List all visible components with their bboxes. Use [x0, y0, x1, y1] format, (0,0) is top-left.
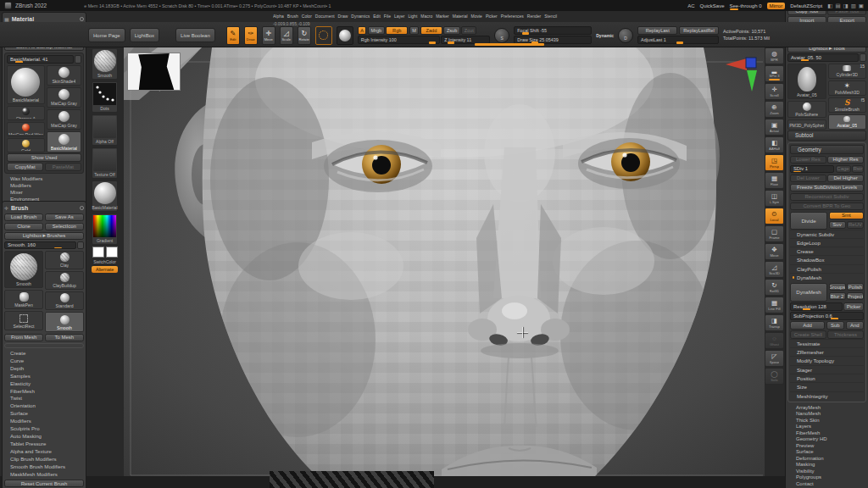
- palette-pin-icon[interactable]: [80, 206, 84, 210]
- menu-item[interactable]: Layer: [394, 14, 405, 19]
- right-shelf-button[interactable]: ⊕ Zoom: [765, 101, 784, 118]
- tool-section-header[interactable]: Deformation: [787, 456, 866, 463]
- material-selector-slider[interactable]: BasicMaterial. 41: [7, 55, 74, 64]
- brush-subsection-header[interactable]: Samples: [4, 373, 84, 380]
- replay-last-rel-button[interactable]: ReplayLastRel: [679, 26, 719, 35]
- material-thumb-gold[interactable]: Gold: [7, 138, 45, 152]
- claypolish-header[interactable]: ClayPolish: [790, 264, 864, 273]
- right-shelf-button[interactable]: ▦ Floor: [765, 172, 784, 189]
- brush-subsection-header[interactable]: MaskMesh Modifiers: [4, 471, 84, 479]
- move-button[interactable]: ✛Move: [262, 26, 275, 45]
- brush-subsection-header[interactable]: Orientation: [4, 402, 84, 410]
- switch-color-label[interactable]: SwitchColor: [93, 259, 116, 264]
- shadowbox-header[interactable]: ShadowBox: [790, 255, 864, 263]
- tool-section-header[interactable]: NanoMesh: [787, 411, 866, 418]
- rgb-intensity-slider[interactable]: Rgb Intensity 100: [358, 36, 440, 44]
- material-thumb-matcap-red-wax[interactable]: MatCap Red Wax: [7, 122, 45, 136]
- menu-item[interactable]: Light: [408, 14, 417, 19]
- geometry-subsection-header[interactable]: Position: [790, 374, 864, 382]
- paste-mat-button[interactable]: PasteMat: [45, 163, 81, 171]
- current-brush-preview[interactable]: [315, 26, 332, 45]
- del-lower-button[interactable]: Del Lower: [790, 175, 826, 183]
- dock-icon[interactable]: ◧: [827, 3, 832, 9]
- color-picker-gradient[interactable]: [93, 215, 116, 237]
- right-shelf-button[interactable]: ◸ Xpose: [765, 350, 784, 367]
- rstr-button[interactable]: Rstr: [852, 165, 864, 174]
- polish-button[interactable]: Polish: [847, 283, 864, 291]
- current-brush-thumbnail[interactable]: Smooth: [92, 48, 118, 80]
- menu-item[interactable]: Draw: [338, 14, 348, 19]
- lightbox-button[interactable]: LightBox: [130, 28, 159, 42]
- lower-res-button[interactable]: Lower Res: [790, 156, 826, 164]
- menu-item[interactable]: File: [384, 14, 391, 19]
- save-as-brush-button[interactable]: Save As: [45, 214, 84, 222]
- material-thumb-basicmaterial-selected[interactable]: BasicMaterial: [47, 131, 81, 152]
- show-used-button[interactable]: Show Used: [7, 153, 81, 162]
- quicksave-button[interactable]: QuickSave: [699, 3, 724, 8]
- tool-section-header[interactable]: Surface: [787, 449, 866, 456]
- mode-mrgb-button[interactable]: Mrgb: [368, 26, 385, 35]
- draw-button[interactable]: ✑Draw: [244, 26, 258, 45]
- material-thumb-basicmaterial-large[interactable]: BasicMaterial: [7, 65, 45, 104]
- groups-button[interactable]: Groups: [829, 283, 846, 291]
- right-shelf-button[interactable]: ▢ Frame: [765, 225, 784, 242]
- right-shelf-button[interactable]: ▦ Line Fill: [765, 297, 784, 313]
- geometry-subsection-header[interactable]: Tessimate: [790, 339, 864, 347]
- menu-item[interactable]: Material: [453, 14, 468, 19]
- material-restore-button[interactable]: [75, 55, 81, 64]
- document-circle-icon[interactable]: D: [618, 28, 633, 43]
- menu-item[interactable]: Preferences: [501, 14, 524, 19]
- geometry-subsection-header[interactable]: Modify Topology: [790, 356, 864, 364]
- brush-subsection-header[interactable]: Modifiers: [4, 418, 84, 425]
- scale-button[interactable]: ◿Scale: [280, 26, 293, 45]
- brush-thumb-maskpen[interactable]: MaskPen: [4, 290, 43, 309]
- tool-section-header[interactable]: FiberMesh: [787, 430, 866, 437]
- menu-item[interactable]: Alpha: [273, 14, 284, 19]
- brush-selector-slider[interactable]: Smooth. 160: [4, 241, 76, 250]
- brush-thumb-smooth-large[interactable]: Smooth: [4, 251, 43, 288]
- higher-res-button[interactable]: Higher Res: [827, 156, 864, 164]
- collapsed-slider[interactable]: [4, 343, 84, 348]
- dynamesh-header[interactable]: DynaMesh: [790, 273, 864, 281]
- menu-item[interactable]: Document: [315, 14, 335, 19]
- brush-subsection-header[interactable]: Tablet Pressure: [4, 441, 84, 448]
- resolution-slider[interactable]: Resolution 128: [790, 302, 843, 311]
- project-button[interactable]: Project: [847, 292, 864, 301]
- menu-item[interactable]: Edit: [373, 14, 381, 19]
- tool-selector-slider[interactable]: Avatar_05. 50: [787, 53, 859, 62]
- from-mesh-button[interactable]: From Mesh: [4, 334, 43, 342]
- tool-restore-button[interactable]: [860, 53, 866, 62]
- brush-subsection-header[interactable]: Sculptris Pro: [4, 425, 84, 433]
- brush-subsection-header[interactable]: FiberMesh: [4, 388, 84, 396]
- default-zscript-button[interactable]: DefaultZScript: [790, 3, 822, 8]
- mode-m-button[interactable]: M: [409, 26, 420, 35]
- tool-section-header[interactable]: Contact: [787, 481, 866, 488]
- material-thumbnail[interactable]: BasicMaterial: [92, 180, 118, 212]
- menu-item[interactable]: Dynamics: [351, 14, 370, 19]
- material-sphere-icon[interactable]: [337, 26, 353, 45]
- brush-palette-header[interactable]: ✛ Brush: [4, 203, 84, 212]
- brush-thumb-standard[interactable]: Standard: [45, 291, 84, 310]
- del-higher-button[interactable]: Del Higher: [827, 175, 864, 183]
- right-shelf-button[interactable]: ◨ Transp: [765, 314, 784, 331]
- subprojection-slider[interactable]: SubProjection 0.6: [790, 312, 864, 320]
- material-thumb-skinshade4[interactable]: SkinShade4: [47, 65, 81, 86]
- menu-item[interactable]: Brush: [287, 14, 298, 19]
- right-shelf-button[interactable]: ◯ Solo: [765, 368, 784, 385]
- tool-thumb-polymesh3d[interactable]: ✶PolyMesh3D: [828, 80, 867, 96]
- material-thumb-matcap-gray-2[interactable]: MatCap Gray: [47, 109, 81, 130]
- live-boolean-button[interactable]: Live Boolean: [175, 28, 215, 42]
- texture-thumbnail[interactable]: Texture Off: [92, 147, 118, 179]
- tool-section-header[interactable]: Thick Skin: [787, 418, 866, 424]
- picker-button[interactable]: Picker: [843, 302, 864, 311]
- brush-restore-button[interactable]: [77, 241, 84, 250]
- material-thumb-matcap-gray-1[interactable]: MatCap Gray: [47, 87, 81, 108]
- stroke-circle-icon[interactable]: S: [494, 28, 509, 43]
- add-button[interactable]: Add: [790, 321, 825, 330]
- tool-section-header[interactable]: Geometry HD: [787, 436, 866, 443]
- brush-subsection-header[interactable]: Smooth Brush Modifiers: [4, 463, 84, 471]
- sdiv-slider[interactable]: SDiv 1: [790, 165, 834, 174]
- edit-button[interactable]: ✎Edit: [226, 26, 240, 45]
- see-through-slider[interactable]: See-through 0: [730, 3, 762, 8]
- create-shell-button[interactable]: Create Shell: [790, 330, 826, 339]
